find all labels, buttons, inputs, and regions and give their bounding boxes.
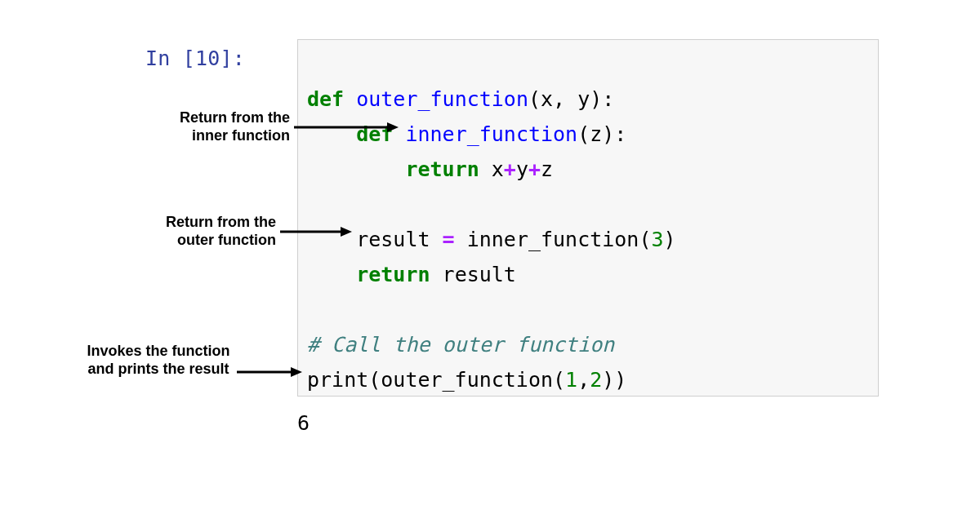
comment: # Call the outer function	[307, 333, 614, 357]
indent	[307, 157, 405, 181]
op-plus: +	[504, 157, 516, 181]
func-name-inner: inner_function	[405, 122, 577, 146]
op-plus: +	[528, 157, 541, 181]
args-outer: (x, y):	[528, 87, 614, 111]
args-inner: (z):	[577, 122, 626, 146]
arrow-icon	[294, 121, 400, 134]
arrow-icon	[280, 225, 354, 238]
annotation-outer-return: Return from the outer function	[149, 213, 276, 249]
output-text: 6	[297, 411, 310, 435]
paren-close: ))	[602, 368, 626, 392]
input-prompt: In [10]:	[145, 47, 245, 70]
keyword-return: return	[356, 263, 430, 286]
svg-marker-3	[341, 227, 352, 237]
paren-close: )	[664, 228, 676, 251]
indent	[307, 263, 356, 286]
annotation-inner-return: Return from the inner function	[163, 109, 290, 144]
expr-x: x	[479, 157, 504, 181]
func-name-outer: outer_function	[356, 87, 528, 111]
literal-2: 2	[590, 368, 602, 392]
call-inner: inner_function(	[455, 228, 652, 251]
return-result: result	[430, 263, 516, 286]
arrow-icon	[237, 366, 304, 379]
literal-3: 3	[651, 228, 663, 251]
expr-z: z	[541, 157, 553, 181]
svg-marker-5	[291, 367, 302, 377]
literal-1: 1	[565, 368, 577, 392]
code-block: def outer_function(x, y): def inner_func…	[307, 47, 676, 397]
keyword-def: def	[307, 87, 344, 111]
print-call: print(outer_function(	[307, 368, 565, 392]
keyword-return: return	[405, 157, 479, 181]
annotation-invoke-print: Invokes the function and prints the resu…	[85, 342, 232, 378]
expr-y: y	[516, 157, 528, 181]
result-lhs: result	[356, 228, 442, 251]
svg-marker-1	[387, 122, 399, 132]
op-assign: =	[443, 228, 455, 251]
comma: ,	[577, 368, 590, 392]
